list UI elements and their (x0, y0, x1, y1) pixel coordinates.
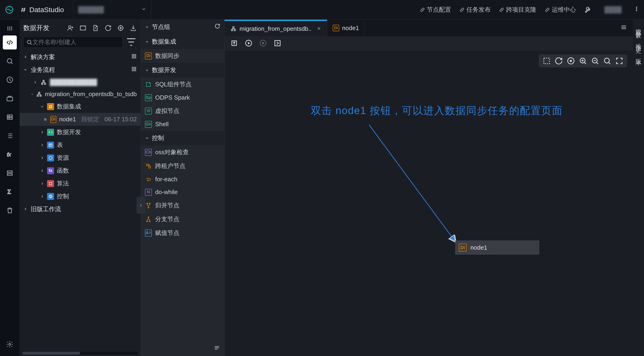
palette-item-assign[interactable]: A=赋值节点 (141, 226, 224, 240)
palette-datadev-header[interactable]: 数据开发 (141, 63, 224, 77)
tabbar-menu-icon[interactable] (615, 24, 633, 33)
svg-rect-23 (134, 67, 136, 69)
run-icon[interactable] (245, 39, 252, 47)
activity-search-icon[interactable] (3, 54, 17, 68)
palette-item-dowhile[interactable]: Ndo-while (141, 186, 224, 199)
flow-item-algo[interactable]: 算法 (20, 177, 140, 190)
folder-ops-icon[interactable] (80, 25, 86, 32)
activity-column-icon[interactable] (3, 22, 17, 35)
svg-point-33 (49, 156, 52, 159)
flow-item-blurred[interactable]: ███████████ (20, 76, 140, 88)
activity-list-icon[interactable] (3, 129, 17, 143)
flow-item-migration[interactable]: migration_from_opentsdb_to_tsdb (20, 88, 140, 100)
palette-item-sync[interactable]: Di数据同步 (141, 49, 224, 63)
palette-control-header[interactable]: 控制 (141, 131, 224, 145)
palette-item-cross[interactable]: 跨租户节点 (141, 159, 224, 173)
palette-item-merge[interactable]: 归并节点 (141, 199, 224, 212)
canvas[interactable]: 双击 node1 按钮，可以进入数据同步任务的配置页面 Di node1 (224, 50, 633, 356)
locate-icon[interactable] (117, 25, 124, 32)
activity-code-icon[interactable] (3, 36, 17, 50)
palette-item-shell[interactable]: ShShell (141, 118, 224, 131)
canvas-node-node1[interactable]: Di node1 (455, 241, 539, 255)
activity-table-icon[interactable] (3, 110, 17, 124)
flow-item-control[interactable]: 控制 (20, 190, 140, 203)
header-link-ops-center[interactable]: 运维中心 (545, 6, 576, 14)
flow-item-resource[interactable]: 资源 (20, 151, 140, 164)
refresh-icon[interactable] (104, 25, 112, 32)
goto-ops-icon[interactable] (274, 39, 282, 47)
palette-list-toggle-icon[interactable] (214, 344, 220, 353)
right-rail-version[interactable]: 版本 (635, 54, 642, 57)
palette-item-virtual[interactable]: Vi虚拟节点 (141, 104, 224, 118)
close-icon[interactable] (317, 25, 321, 33)
activity-server-icon[interactable] (3, 166, 17, 180)
flow-item-func[interactable]: fx函数 (20, 164, 140, 177)
project-selector[interactable]: ██████ (73, 0, 151, 19)
palette-collapse-handle[interactable] (136, 197, 146, 214)
flow-icon (230, 26, 237, 32)
horizontal-scrollbar[interactable] (22, 352, 138, 354)
search-canvas-icon[interactable] (603, 57, 612, 65)
refresh-icon[interactable] (214, 23, 220, 31)
svg-point-35 (49, 195, 52, 198)
file-search[interactable] (23, 36, 123, 48)
flow-item-integration[interactable]: 数据集成 (20, 100, 140, 113)
palette-integration-header[interactable]: 数据集成 (141, 34, 224, 49)
header-link-node-config[interactable]: 节点配置 (420, 6, 451, 14)
tab-bar: migration_from_opentsdb.. Di node1 (224, 20, 633, 36)
canvas-toolbox (539, 54, 627, 67)
wrench-icon[interactable] (584, 6, 592, 14)
header-link-task-publish[interactable]: 任务发布 (460, 6, 491, 14)
flow-item-node1[interactable]: Dinode1我锁定06-17 15:02 (20, 113, 140, 126)
activity-settings-icon[interactable] (3, 337, 17, 351)
refresh-icon[interactable] (554, 57, 563, 65)
section-solutions[interactable]: 解决方案 (20, 51, 140, 63)
svg-rect-38 (149, 166, 150, 168)
activity-bar: fx Σ (0, 20, 20, 356)
palette-item-branch[interactable]: 分支节点 (141, 212, 224, 226)
palette-item-foreach[interactable]: for-each (141, 173, 224, 186)
submit-icon[interactable] (230, 39, 238, 47)
fullscreen-icon[interactable] (615, 57, 624, 65)
svg-point-12 (9, 343, 11, 345)
palette-item-sql[interactable]: SQL组件节点 (141, 77, 224, 91)
activity-briefcase-icon[interactable] (3, 91, 17, 105)
right-rail-history[interactable]: 操作历史 (635, 39, 642, 45)
grid-icon[interactable] (131, 53, 137, 61)
filter-icon[interactable] (126, 36, 137, 48)
header-links: 节点配置 任务发布 跨项目克隆 运维中心 ████ (420, 6, 639, 14)
tab-migration[interactable]: migration_from_opentsdb.. (224, 20, 327, 36)
new-file-icon[interactable] (92, 25, 99, 32)
user-add-icon[interactable] (67, 25, 74, 32)
file-search-input[interactable] (32, 39, 120, 46)
title-bar: DataStudio ██████ 节点配置 任务发布 跨项目克隆 运维中心 █… (0, 0, 644, 20)
box-select-icon[interactable] (542, 57, 551, 65)
grid-icon[interactable] (131, 66, 137, 74)
flow-item-datadev[interactable]: 数据开发 (20, 126, 140, 139)
header-link-cross-project-clone[interactable]: 跨项目克隆 (499, 6, 536, 14)
svg-rect-46 (231, 30, 233, 31)
palette-group-header[interactable]: 节点组 (141, 20, 224, 34)
activity-history-icon[interactable] (3, 73, 17, 87)
zoom-in-icon[interactable] (579, 57, 587, 65)
palette-item-spark[interactable]: SpODPS Spark (141, 91, 224, 104)
svg-rect-22 (132, 67, 134, 69)
zoom-out-icon[interactable] (591, 57, 599, 65)
flow-item-table[interactable]: 表 (20, 139, 140, 151)
kebab-menu-icon[interactable] (634, 6, 639, 13)
svg-line-59 (369, 125, 455, 241)
tab-node1[interactable]: Di node1 (327, 20, 365, 36)
activity-fx-icon[interactable]: fx (3, 147, 17, 161)
svg-rect-32 (49, 144, 52, 146)
svg-rect-45 (233, 27, 234, 28)
section-flows[interactable]: 业务流程 (20, 63, 140, 76)
activity-trash-icon[interactable] (3, 204, 17, 217)
section-legacy[interactable]: 旧版工作流 (20, 203, 140, 216)
zoom-fit-icon[interactable] (567, 57, 575, 65)
palette-item-oss[interactable]: Choss对象检查 (141, 145, 224, 159)
canvas-node-label: node1 (470, 244, 487, 251)
right-rail-params[interactable]: 流程参数 (635, 24, 642, 30)
svg-point-4 (7, 59, 12, 63)
activity-sigma-icon[interactable]: Σ (3, 185, 17, 199)
import-icon[interactable] (130, 25, 137, 32)
